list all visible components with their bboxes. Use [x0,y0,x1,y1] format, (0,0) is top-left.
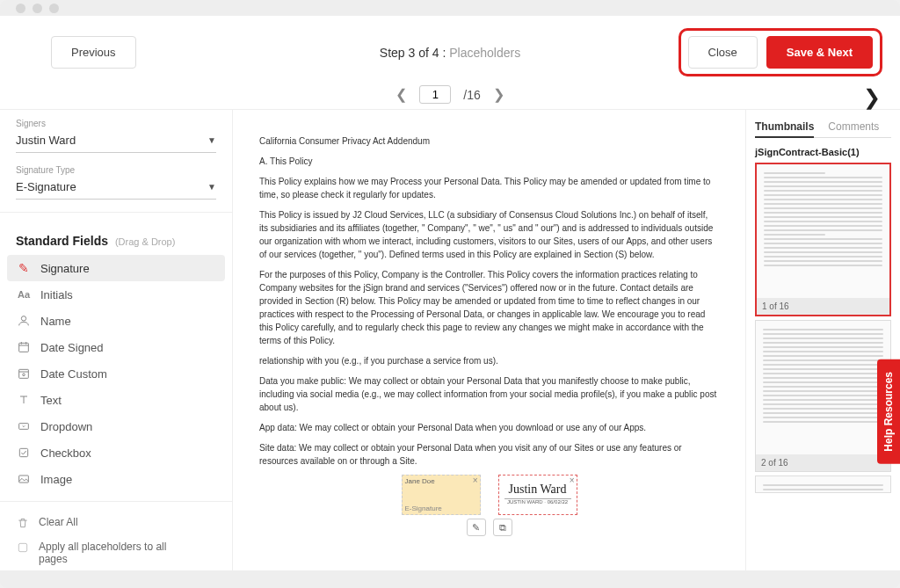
page-total: /16 [463,88,480,102]
step-indicator: Step 3 of 4 : Placeholders [380,46,520,60]
document-viewer[interactable]: California Consumer Privacy Act Addendum… [233,110,746,570]
field-date-custom[interactable]: Date Custom [7,360,225,387]
checkbox-empty-icon [16,541,30,555]
doc-p7: Site data: We may collect or obtain your… [259,441,719,468]
traffic-light-dot [49,4,59,13]
header-bar: Previous Step 3 of 4 : Placeholders Clos… [0,16,900,85]
thumbnail-caption: 1 of 16 [757,298,889,315]
main-area: Signers Justin Ward ▼ Signature Type E-S… [0,109,900,570]
signature-placeholder-justin[interactable]: × Justin Ward JUSTIN WARD · 06/02/22 [498,475,577,515]
dropdown-icon [16,418,32,434]
thumbnail-page-1[interactable]: 1 of 16 [755,163,891,316]
left-sidebar: Signers Justin Ward ▼ Signature Type E-S… [0,110,233,570]
help-resources-tab[interactable]: Help Resources [877,359,900,464]
apply-all-checkbox[interactable]: Apply all placeholders to all pages [16,535,216,570]
fields-heading: Standard Fields (Drag & Drop) [0,221,232,255]
svg-rect-5 [19,448,27,456]
svg-point-0 [21,316,25,321]
text-icon [16,392,32,408]
document-body: California Consumer Privacy Act Addendum… [259,134,719,468]
doc-p1: This Policy explains how we may Process … [259,175,719,201]
doc-p5: Data you make public: We may collect or … [259,374,719,414]
thumbnail-caption: 2 of 16 [756,454,890,471]
field-checkbox[interactable]: Checkbox [7,439,225,466]
signers-select[interactable]: Justin Ward ▼ [16,130,216,153]
thumbnail-preview [756,321,890,454]
sigtype-select[interactable]: E-Signature ▼ [16,177,216,200]
signature-tools: ✎ ⧉ [259,519,719,536]
signature-script: Justin Ward [499,475,577,497]
svg-rect-1 [19,343,29,352]
placeholder-name: Jane Doe [405,477,435,485]
tab-thumbnails[interactable]: Thumbnails [755,117,814,138]
field-name[interactable]: Name [7,308,225,334]
thumbnail-page-3[interactable] [755,475,891,493]
page-navigator: ❮ /16 ❯ ❯ [0,85,900,109]
previous-button[interactable]: Previous [51,36,136,69]
field-date-signed[interactable]: Date Signed [7,334,225,360]
initials-icon: Aa [16,287,32,302]
calendar-icon [16,339,32,355]
save-next-button[interactable]: Save & Next [766,36,873,69]
svg-point-3 [23,374,25,376]
signature-placeholder-jane[interactable]: × Jane Doe E-Signature [402,475,481,515]
doc-p3: For the purposes of this Policy, Company… [259,268,719,347]
thumbnail-preview [756,476,890,492]
caret-down-icon: ▼ [207,182,216,192]
field-signature[interactable]: ✎ Signature [7,255,225,281]
sigtype-label: Signature Type [16,165,216,175]
step-number: Step 3 of 4 : [380,46,446,60]
field-image[interactable]: Image [7,466,225,492]
signers-value: Justin Ward [16,134,76,147]
thumbnail-page-2[interactable]: 2 of 16 [755,320,891,472]
thumbnail-preview [757,164,889,298]
remove-placeholder-icon[interactable]: × [473,475,478,485]
close-button[interactable]: Close [688,36,758,69]
document-area: California Consumer Privacy Act Addendum… [233,110,900,570]
doc-section-a: A. This Policy [259,155,719,168]
top-actions-highlight: Close Save & Next [679,28,882,76]
page-next-icon[interactable]: ❯ [493,86,504,103]
caret-down-icon: ▼ [207,135,216,145]
panel-next-chevron-icon[interactable]: ❯ [863,85,881,110]
trash-icon [16,516,30,530]
traffic-light-dot [33,4,42,13]
window-titlebar [0,0,900,16]
field-initials[interactable]: Aa Initials [7,281,225,308]
doc-p6: App data: We may collect or obtain your … [259,421,719,434]
signature-row: × Jane Doe E-Signature × Justin Ward JUS… [259,475,719,515]
page-prev-icon[interactable]: ❮ [396,86,407,103]
field-text[interactable]: Text [7,387,225,413]
calendar-gear-icon [16,366,32,381]
thumbnail-panel: Thumbnails Comments jSignContract-Basic(… [746,110,900,570]
duplicate-signature-icon[interactable]: ⧉ [493,519,512,536]
fields-hint: (Drag & Drop) [115,236,175,247]
thumb-filename: jSignContract-Basic(1) [755,147,891,157]
remove-placeholder-icon[interactable]: × [570,475,575,485]
edit-signature-icon[interactable]: ✎ [467,519,486,536]
doc-p4: relationship with you (e.g., if you purc… [259,354,719,367]
placeholder-type: E-Signature [405,505,442,512]
person-icon [16,313,32,329]
step-name: Placeholders [449,46,520,60]
signature-meta: JUSTIN WARD · 06/02/22 [504,498,571,505]
signers-label: Signers [16,119,216,128]
fields-list: ✎ Signature Aa Initials Name Date Signed [0,255,232,492]
traffic-light-dot [16,4,25,13]
sigtype-value: E-Signature [16,180,76,193]
thumb-tabs: Thumbnails Comments [755,117,891,138]
svg-rect-7 [18,543,26,551]
field-dropdown[interactable]: Dropdown [7,413,225,439]
checkbox-icon [16,445,32,461]
tab-comments[interactable]: Comments [828,117,879,137]
clear-all-button[interactable]: Clear All [16,511,216,535]
app-content: Previous Step 3 of 4 : Placeholders Clos… [0,16,900,570]
image-icon [16,471,32,487]
svg-rect-6 [19,475,29,483]
page-number-input[interactable] [419,85,451,104]
doc-title: California Consumer Privacy Act Addendum [259,134,719,148]
doc-p2: This Policy is issued by J2 Cloud Servic… [259,208,719,261]
signature-icon: ✎ [16,260,32,276]
